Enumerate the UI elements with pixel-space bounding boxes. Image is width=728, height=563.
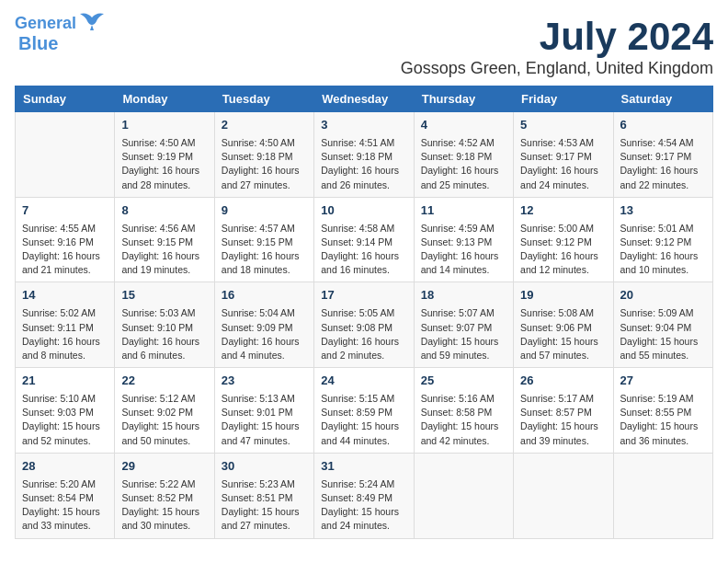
calendar-week-row: 21Sunrise: 5:10 AM Sunset: 9:03 PM Dayli… (16, 368, 713, 454)
logo-text: General (15, 15, 76, 33)
calendar-cell: 25Sunrise: 5:16 AM Sunset: 8:58 PM Dayli… (414, 368, 513, 454)
cell-info: Sunrise: 5:09 AM Sunset: 9:04 PM Dayligh… (620, 306, 706, 362)
date-number: 6 (620, 117, 706, 134)
date-number: 14 (22, 287, 108, 304)
header-day-thursday: Thursday (414, 86, 513, 112)
date-number: 24 (321, 373, 406, 390)
date-number: 18 (421, 287, 506, 304)
cell-info: Sunrise: 5:01 AM Sunset: 9:12 PM Dayligh… (620, 222, 706, 278)
header-row: SundayMondayTuesdayWednesdayThursdayFrid… (16, 86, 713, 112)
calendar-week-row: 1Sunrise: 4:50 AM Sunset: 9:19 PM Daylig… (16, 112, 713, 198)
header-day-saturday: Saturday (613, 86, 712, 112)
cell-info: Sunrise: 4:59 AM Sunset: 9:13 PM Dayligh… (421, 222, 506, 278)
cell-info: Sunrise: 4:50 AM Sunset: 9:19 PM Dayligh… (121, 136, 207, 192)
calendar-cell: 7Sunrise: 4:55 AM Sunset: 9:16 PM Daylig… (16, 197, 115, 282)
date-number: 31 (321, 458, 406, 476)
cell-info: Sunrise: 5:10 AM Sunset: 9:03 PM Dayligh… (22, 392, 108, 448)
cell-info: Sunrise: 4:52 AM Sunset: 9:18 PM Dayligh… (421, 136, 506, 192)
cell-info: Sunrise: 5:23 AM Sunset: 8:51 PM Dayligh… (222, 477, 307, 534)
date-number: 10 (321, 202, 406, 220)
cell-info: Sunrise: 4:50 AM Sunset: 9:18 PM Dayligh… (222, 136, 307, 192)
header-day-friday: Friday (514, 86, 613, 112)
cell-info: Sunrise: 5:20 AM Sunset: 8:54 PM Dayligh… (22, 477, 108, 534)
date-number: 13 (620, 202, 706, 220)
calendar-cell: 23Sunrise: 5:13 AM Sunset: 9:01 PM Dayli… (214, 368, 313, 454)
cell-info: Sunrise: 5:15 AM Sunset: 8:59 PM Dayligh… (321, 392, 406, 448)
calendar-cell: 6Sunrise: 4:54 AM Sunset: 9:17 PM Daylig… (613, 112, 712, 198)
logo: General Blue (15, 15, 106, 53)
date-number: 30 (222, 458, 307, 476)
date-number: 25 (421, 373, 506, 390)
calendar-cell: 3Sunrise: 4:51 AM Sunset: 9:18 PM Daylig… (314, 112, 414, 198)
cell-info: Sunrise: 5:13 AM Sunset: 9:01 PM Dayligh… (222, 392, 307, 448)
header-day-sunday: Sunday (16, 86, 115, 112)
calendar-cell: 13Sunrise: 5:01 AM Sunset: 9:12 PM Dayli… (613, 197, 712, 282)
calendar-cell: 14Sunrise: 5:02 AM Sunset: 9:11 PM Dayli… (16, 282, 115, 368)
calendar-cell (16, 112, 115, 198)
calendar-cell (613, 453, 712, 538)
cell-info: Sunrise: 4:53 AM Sunset: 9:17 PM Dayligh… (520, 136, 606, 192)
calendar-cell: 21Sunrise: 5:10 AM Sunset: 9:03 PM Dayli… (16, 368, 115, 454)
date-number: 28 (22, 458, 108, 476)
calendar-cell: 28Sunrise: 5:20 AM Sunset: 8:54 PM Dayli… (16, 453, 115, 538)
date-number: 19 (520, 287, 606, 304)
calendar-cell: 12Sunrise: 5:00 AM Sunset: 9:12 PM Dayli… (514, 197, 613, 282)
logo-blue: Blue (18, 33, 58, 53)
calendar-cell: 9Sunrise: 4:57 AM Sunset: 9:15 PM Daylig… (214, 197, 313, 282)
calendar-week-row: 28Sunrise: 5:20 AM Sunset: 8:54 PM Dayli… (16, 453, 713, 538)
cell-info: Sunrise: 4:54 AM Sunset: 9:17 PM Dayligh… (620, 136, 706, 192)
calendar-cell: 26Sunrise: 5:17 AM Sunset: 8:57 PM Dayli… (514, 368, 613, 454)
date-number: 7 (22, 202, 108, 220)
cell-info: Sunrise: 5:17 AM Sunset: 8:57 PM Dayligh… (520, 392, 606, 448)
calendar-cell: 4Sunrise: 4:52 AM Sunset: 9:18 PM Daylig… (414, 112, 513, 198)
calendar-cell (414, 453, 513, 538)
date-number: 2 (222, 117, 307, 134)
date-number: 29 (121, 458, 207, 476)
location-title: Gossops Green, England, United Kingdom (401, 59, 713, 78)
date-number: 8 (121, 202, 207, 220)
date-number: 9 (222, 202, 307, 220)
cell-info: Sunrise: 5:12 AM Sunset: 9:02 PM Dayligh… (121, 392, 207, 448)
calendar-week-row: 7Sunrise: 4:55 AM Sunset: 9:16 PM Daylig… (16, 197, 713, 282)
date-number: 20 (620, 287, 706, 304)
cell-info: Sunrise: 4:51 AM Sunset: 9:18 PM Dayligh… (321, 136, 406, 192)
calendar-cell: 18Sunrise: 5:07 AM Sunset: 9:07 PM Dayli… (414, 282, 513, 368)
calendar-cell: 15Sunrise: 5:03 AM Sunset: 9:10 PM Dayli… (115, 282, 214, 368)
logo-bird-icon (78, 12, 106, 32)
calendar-cell: 19Sunrise: 5:08 AM Sunset: 9:06 PM Dayli… (514, 282, 613, 368)
cell-info: Sunrise: 5:05 AM Sunset: 9:08 PM Dayligh… (321, 306, 406, 362)
date-number: 16 (222, 287, 307, 304)
header-day-wednesday: Wednesday (314, 86, 414, 112)
header: General Blue July 2024 Gossops Green, En… (15, 15, 713, 78)
cell-info: Sunrise: 5:03 AM Sunset: 9:10 PM Dayligh… (121, 306, 207, 362)
calendar-cell: 5Sunrise: 4:53 AM Sunset: 9:17 PM Daylig… (514, 112, 613, 198)
cell-info: Sunrise: 4:55 AM Sunset: 9:16 PM Dayligh… (22, 222, 108, 278)
calendar-cell: 31Sunrise: 5:24 AM Sunset: 8:49 PM Dayli… (314, 453, 414, 538)
cell-info: Sunrise: 5:24 AM Sunset: 8:49 PM Dayligh… (321, 477, 406, 534)
calendar-table: SundayMondayTuesdayWednesdayThursdayFrid… (15, 86, 713, 539)
cell-info: Sunrise: 5:02 AM Sunset: 9:11 PM Dayligh… (22, 306, 108, 362)
calendar-cell: 22Sunrise: 5:12 AM Sunset: 9:02 PM Dayli… (115, 368, 214, 454)
calendar-cell: 1Sunrise: 4:50 AM Sunset: 9:19 PM Daylig… (115, 112, 214, 198)
date-number: 26 (520, 373, 606, 390)
cell-info: Sunrise: 4:56 AM Sunset: 9:15 PM Dayligh… (121, 222, 207, 278)
calendar-cell: 20Sunrise: 5:09 AM Sunset: 9:04 PM Dayli… (613, 282, 712, 368)
calendar-cell: 29Sunrise: 5:22 AM Sunset: 8:52 PM Dayli… (115, 453, 214, 538)
date-number: 12 (520, 202, 606, 220)
calendar-cell: 2Sunrise: 4:50 AM Sunset: 9:18 PM Daylig… (214, 112, 313, 198)
date-number: 3 (321, 117, 406, 134)
logo-general: General (15, 14, 76, 32)
calendar-cell: 11Sunrise: 4:59 AM Sunset: 9:13 PM Dayli… (414, 197, 513, 282)
cell-info: Sunrise: 5:08 AM Sunset: 9:06 PM Dayligh… (520, 306, 606, 362)
date-number: 21 (22, 373, 108, 390)
cell-info: Sunrise: 5:00 AM Sunset: 9:12 PM Dayligh… (520, 222, 606, 278)
cell-info: Sunrise: 5:22 AM Sunset: 8:52 PM Dayligh… (121, 477, 207, 534)
header-day-tuesday: Tuesday (214, 86, 313, 112)
cell-info: Sunrise: 5:04 AM Sunset: 9:09 PM Dayligh… (222, 306, 307, 362)
date-number: 4 (421, 117, 506, 134)
cell-info: Sunrise: 5:16 AM Sunset: 8:58 PM Dayligh… (421, 392, 506, 448)
calendar-cell: 16Sunrise: 5:04 AM Sunset: 9:09 PM Dayli… (214, 282, 313, 368)
calendar-cell: 27Sunrise: 5:19 AM Sunset: 8:55 PM Dayli… (613, 368, 712, 454)
cell-info: Sunrise: 5:19 AM Sunset: 8:55 PM Dayligh… (620, 392, 706, 448)
header-day-monday: Monday (115, 86, 214, 112)
